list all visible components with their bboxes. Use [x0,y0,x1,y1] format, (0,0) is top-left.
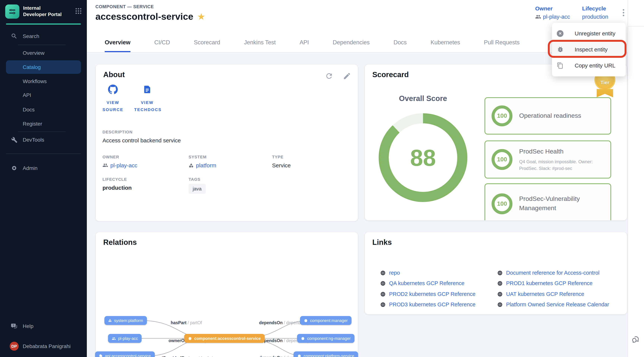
sidebar-user[interactable]: DP Debabrata Panigrahi [0,342,87,351]
graph-node-component-ng-manager[interactable]: component:ng-manager [297,334,354,343]
favorite-star-icon[interactable]: ★ [198,12,205,21]
globe-icon [497,302,503,307]
entity-title: accesscontrol-service [96,11,193,22]
graph-node-system-platform[interactable]: system:platform [104,316,147,325]
sidebar-item-label: API [23,92,31,98]
view-source-label: VIEW SOURCE [100,99,126,113]
sidebar-item-label: Docs [23,106,35,112]
feedback-chat-icon[interactable] [631,335,641,344]
graph-node-component-accesscontrol-service[interactable]: component:accesscontrol-service [184,334,264,343]
owner-link[interactable]: pl-play-acc [535,14,570,20]
view-techdocs-button[interactable]: VIEW TECHDOCS [130,84,164,113]
graph-node-component-platform-service[interactable]: component:platform-service [294,352,358,357]
sidebar-divider [18,132,66,132]
tab-bar: Overview CI/CD Scorecard Jenkins Test AP… [105,39,520,52]
relations-card: Relations hasPart / partOf ownerOf / own… [96,232,358,357]
system-category-icon [188,163,194,168]
sidebar-item-api[interactable]: API [0,91,87,99]
sidebar-item-admin[interactable]: Admin [0,164,87,172]
owner-label: Owner [535,5,570,12]
refresh-icon[interactable] [325,72,333,80]
score-badge: 100 [492,106,512,126]
link-prod3-kubernetes[interactable]: PROD3 kubernetes GCP Reference [380,302,476,308]
link-release-calendar[interactable]: Platform Owned Service Release Calendar [497,302,609,308]
people-icon [535,14,541,20]
brand-title: Internal Developer Portal [23,5,64,18]
edge-label: hasPart / partOf [171,320,202,325]
sidebar-item-register[interactable]: Register [0,120,87,128]
sidebar-item-label: Workflows [23,78,47,84]
techdocs-icon [143,84,152,96]
brand-accent-divider [6,24,81,24]
about-owner-link[interactable]: pl-play-acc [102,162,137,168]
graph-node-pl-play-acc[interactable]: pl-play-acc [108,334,142,343]
overall-score-gauge: 88 [379,113,467,202]
edit-pencil-icon[interactable] [343,72,351,80]
graph-node-component-manager[interactable]: component:manager [300,316,352,325]
system-category-icon [108,318,112,322]
link-prod2-kubernetes[interactable]: PROD2 kubernetes GCP Reference [380,291,476,297]
score-item-prodsec-vulnerability[interactable]: 100 ProdSec-Vulnerability Management [484,183,611,220]
globe-icon [497,291,503,297]
tab-api[interactable]: API [300,39,309,52]
relations-graph: hasPart / partOf ownerOf / ownedBy apiPr… [96,232,358,357]
view-source-button[interactable]: VIEW SOURCE [96,84,130,113]
sidebar-item-label: Admin [23,165,38,171]
chip-icon [188,336,192,340]
score-item-operational-readiness[interactable]: 100 Operational readiness [484,97,611,134]
apps-grid-icon[interactable] [75,8,82,16]
sidebar-item-devtools[interactable]: DevTools [0,136,87,144]
about-system-link[interactable]: platform [188,162,216,168]
sidebar-item-catalog[interactable]: Catalog [6,60,81,74]
lifecycle-value: production [582,14,608,20]
tab-pull-requests[interactable]: Pull Requests [484,39,520,52]
link-repo[interactable]: repo [380,270,400,276]
tab-scorecard[interactable]: Scorecard [194,39,220,52]
sidebar-item-label: DevTools [23,137,44,143]
owner-field: OWNER pl-play-acc [102,155,137,168]
tab-docs[interactable]: Docs [394,39,407,52]
score-item-prodsec-health[interactable]: 100 ProdSec Health Q4 Goal, mission impo… [484,140,611,178]
page-title: accesscontrol-service ★ [96,11,205,22]
gear-icon [11,165,18,172]
tab-kubernetes[interactable]: Kubernetes [430,39,460,52]
sidebar-item-overview[interactable]: Overview [0,49,87,57]
about-card-title: About [103,70,125,79]
sidebar-item-label: Search [23,33,39,39]
scorecard-card-title: Scorecard [372,70,409,79]
lifecycle-label: Lifecycle [582,5,608,12]
sidebar-item-search[interactable]: Search [0,32,87,40]
kebab-menu-icon[interactable] [619,7,628,19]
svg-text:?: ? [12,324,14,327]
tier-badge-label: Tier [594,80,615,85]
link-qa-kubernetes[interactable]: QA kubernetes GCP Reference [380,280,464,286]
globe-icon [497,280,503,286]
search-icon [11,33,18,40]
tag-chip[interactable]: java [188,184,206,194]
menu-item-inspect-entity[interactable]: Inspect entity [552,41,626,58]
chip-icon [301,336,305,340]
rail-divider [628,26,644,26]
sidebar-item-help[interactable]: ? Help [0,322,87,330]
score-badge: 100 [492,194,512,214]
link-uat-kubernetes[interactable]: UAT kubernetes GCP Reference [497,291,584,297]
tab-cicd[interactable]: CI/CD [154,39,170,52]
tab-dependencies[interactable]: Dependencies [333,39,370,52]
tab-overview[interactable]: Overview [105,39,130,52]
sidebar-item-docs[interactable]: Docs [0,106,87,114]
content-area: About VIEW SOURCE VIEW TECHDOCS [87,52,628,357]
link-prod1-kubernetes[interactable]: PROD1 kubernetes GCP Reference [497,280,592,286]
description-value: Access control backend service [102,137,181,144]
tab-jenkins-test[interactable]: Jenkins Test [244,39,276,52]
copy-icon [556,62,564,69]
sidebar-item-workflows[interactable]: Workflows [0,77,87,85]
view-techdocs-label: VIEW TECHDOCS [134,99,160,113]
menu-item-unregister-entity[interactable]: × Unregister entity [552,25,626,41]
sidebar-item-label: Help [23,323,34,329]
sidebar-divider [6,154,81,154]
people-icon [112,336,116,340]
link-document-reference[interactable]: Document reference for Access-control [497,270,600,276]
globe-icon [497,270,503,276]
menu-item-copy-entity-url[interactable]: Copy entity URL [552,58,626,74]
graph-node-api-accesscontrol-service[interactable]: api:accesscontrol-service [95,352,155,357]
